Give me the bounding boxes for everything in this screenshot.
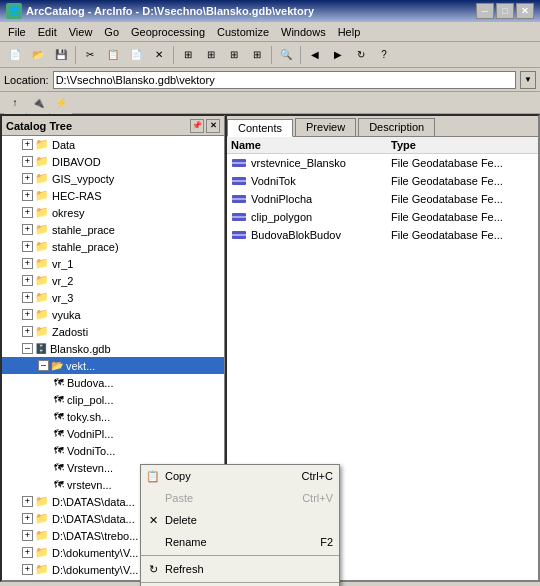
menu-view[interactable]: View bbox=[63, 24, 99, 40]
expand-icon[interactable]: + bbox=[22, 275, 33, 286]
content-item[interactable]: BudovaBlokBudov File Geodatabase Fe... bbox=[227, 226, 538, 244]
expand-icon[interactable]: + bbox=[22, 513, 33, 524]
refresh-button[interactable]: ↻ bbox=[350, 44, 372, 66]
tree-item-hecras[interactable]: + 📁 HEC-RAS bbox=[2, 187, 224, 204]
tree-item-stahle1[interactable]: + 📁 stahle_prace bbox=[2, 221, 224, 238]
maximize-button[interactable]: □ bbox=[496, 3, 514, 19]
new-button[interactable]: 📄 bbox=[4, 44, 26, 66]
location-input[interactable] bbox=[53, 71, 516, 89]
delete-button[interactable]: ✕ bbox=[148, 44, 170, 66]
expand-icon[interactable]: + bbox=[22, 224, 33, 235]
cut-button[interactable]: ✂ bbox=[79, 44, 101, 66]
expand-icon[interactable]: + bbox=[22, 258, 33, 269]
item-name: clip_polygon bbox=[251, 211, 391, 223]
tab-preview[interactable]: Preview bbox=[295, 118, 356, 136]
tree-item-blansko[interactable]: – 🗄️ Blansko.gdb bbox=[2, 340, 224, 357]
tree-item-label: GIS_vypocty bbox=[52, 173, 114, 185]
tree-item-toky[interactable]: 🗺 toky.sh... bbox=[2, 408, 224, 425]
expand-icon[interactable]: – bbox=[38, 360, 49, 371]
tree-item-dibavod[interactable]: + 📁 DIBAVOD bbox=[2, 153, 224, 170]
expand-icon[interactable]: + bbox=[22, 547, 33, 558]
copy-button[interactable]: 📋 bbox=[102, 44, 124, 66]
tree-item-data[interactable]: + 📁 Data bbox=[2, 136, 224, 153]
tree-pin-button[interactable]: 📌 bbox=[190, 119, 204, 133]
expand-icon[interactable]: + bbox=[22, 139, 33, 150]
expand-icon[interactable]: + bbox=[22, 326, 33, 337]
tree-item-vektory[interactable]: – 📂 vekt... bbox=[2, 357, 224, 374]
help-btn[interactable]: ? bbox=[373, 44, 395, 66]
expand-icon[interactable]: + bbox=[22, 190, 33, 201]
tree-item-gis[interactable]: + 📁 GIS_vypocty bbox=[2, 170, 224, 187]
tree-item-label: D:\DATAS\data... bbox=[52, 496, 135, 508]
expand-icon[interactable]: + bbox=[22, 292, 33, 303]
tb-btn-1[interactable]: ⊞ bbox=[177, 44, 199, 66]
minimize-button[interactable]: ─ bbox=[476, 3, 494, 19]
ctx-label: Copy bbox=[165, 470, 191, 482]
item-name: VodniPlocha bbox=[251, 193, 391, 205]
tree-item-label: vrstevn... bbox=[67, 479, 112, 491]
tab-contents[interactable]: Contents bbox=[227, 119, 293, 137]
content-header: Name Type bbox=[227, 137, 538, 154]
menu-windows[interactable]: Windows bbox=[275, 24, 332, 40]
tree-item-vyuka[interactable]: + 📁 vyuka bbox=[2, 306, 224, 323]
folder-button[interactable]: 📂 bbox=[27, 44, 49, 66]
location-dropdown[interactable]: ▼ bbox=[520, 71, 536, 89]
tree-item-vodnito[interactable]: 🗺 VodniTo... bbox=[2, 442, 224, 459]
tb-btn-2[interactable]: ⊞ bbox=[200, 44, 222, 66]
ctx-rename[interactable]: Rename F2 bbox=[141, 531, 339, 553]
content-item[interactable]: vrstevnice_Blansko File Geodatabase Fe..… bbox=[227, 154, 538, 172]
expand-icon[interactable]: + bbox=[22, 309, 33, 320]
tree-item-vr3[interactable]: + 📁 vr_3 bbox=[2, 289, 224, 306]
search-button[interactable]: 🔍 bbox=[275, 44, 297, 66]
menu-go[interactable]: Go bbox=[98, 24, 125, 40]
tree-item-vr2[interactable]: + 📁 vr_2 bbox=[2, 272, 224, 289]
menu-geoprocessing[interactable]: Geoprocessing bbox=[125, 24, 211, 40]
tree-item-label: HEC-RAS bbox=[52, 190, 102, 202]
expand-icon[interactable]: + bbox=[22, 530, 33, 541]
expand-icon[interactable]: + bbox=[22, 496, 33, 507]
expand-icon[interactable]: + bbox=[22, 207, 33, 218]
menu-file[interactable]: File bbox=[2, 24, 32, 40]
tree-item-label: vr_3 bbox=[52, 292, 73, 304]
disconnect-button[interactable]: ⚡ bbox=[50, 92, 72, 114]
tree-item-vr1[interactable]: + 📁 vr_1 bbox=[2, 255, 224, 272]
expand-icon[interactable]: + bbox=[22, 564, 33, 575]
content-item[interactable]: VodniTok File Geodatabase Fe... bbox=[227, 172, 538, 190]
content-item[interactable]: clip_polygon File Geodatabase Fe... bbox=[227, 208, 538, 226]
expand-icon[interactable]: + bbox=[22, 241, 33, 252]
tb-btn-4[interactable]: ⊞ bbox=[246, 44, 268, 66]
tree-close-button[interactable]: ✕ bbox=[206, 119, 220, 133]
menu-customize[interactable]: Customize bbox=[211, 24, 275, 40]
paste-button[interactable]: 📄 bbox=[125, 44, 147, 66]
ctx-delete[interactable]: ✕ Delete bbox=[141, 509, 339, 531]
tab-description[interactable]: Description bbox=[358, 118, 435, 136]
close-button[interactable]: ✕ bbox=[516, 3, 534, 19]
expand-icon[interactable]: + bbox=[22, 173, 33, 184]
connect-button[interactable]: 🔌 bbox=[27, 92, 49, 114]
ctx-copy[interactable]: 📋 Copy Ctrl+C bbox=[141, 465, 339, 487]
toolbar-sep-3 bbox=[271, 46, 272, 64]
tree-item-okresy[interactable]: + 📁 okresy bbox=[2, 204, 224, 221]
tree-item-label: okresy bbox=[52, 207, 84, 219]
content-item[interactable]: VodniPlocha File Geodatabase Fe... bbox=[227, 190, 538, 208]
menu-help[interactable]: Help bbox=[332, 24, 367, 40]
tree-item-label: Blansko.gdb bbox=[50, 343, 111, 355]
up-button[interactable]: ↑ bbox=[4, 92, 26, 114]
tree-item-label: D:\dokumenty\V... bbox=[52, 564, 138, 576]
expand-icon[interactable]: – bbox=[22, 343, 33, 354]
tree-item-zadosti[interactable]: + 📁 Zadosti bbox=[2, 323, 224, 340]
tree-item-vodnipl[interactable]: 🗺 VodniPl... bbox=[2, 425, 224, 442]
tree-item-stahle2[interactable]: + 📁 stahle_prace) bbox=[2, 238, 224, 255]
back-button[interactable]: ◀ bbox=[304, 44, 326, 66]
ctx-refresh[interactable]: ↻ Refresh bbox=[141, 558, 339, 580]
tb-btn-3[interactable]: ⊞ bbox=[223, 44, 245, 66]
tree-item-budova[interactable]: 🗺 Budova... bbox=[2, 374, 224, 391]
app-icon: 🌐 bbox=[6, 3, 22, 19]
menu-edit[interactable]: Edit bbox=[32, 24, 63, 40]
forward-button[interactable]: ▶ bbox=[327, 44, 349, 66]
tree-item-clip[interactable]: 🗺 clip_pol... bbox=[2, 391, 224, 408]
save-button[interactable]: 💾 bbox=[50, 44, 72, 66]
toolbar-sep-4 bbox=[300, 46, 301, 64]
expand-icon[interactable]: + bbox=[22, 156, 33, 167]
tree-item-label: D:\DATAS\trebo... bbox=[52, 530, 138, 542]
